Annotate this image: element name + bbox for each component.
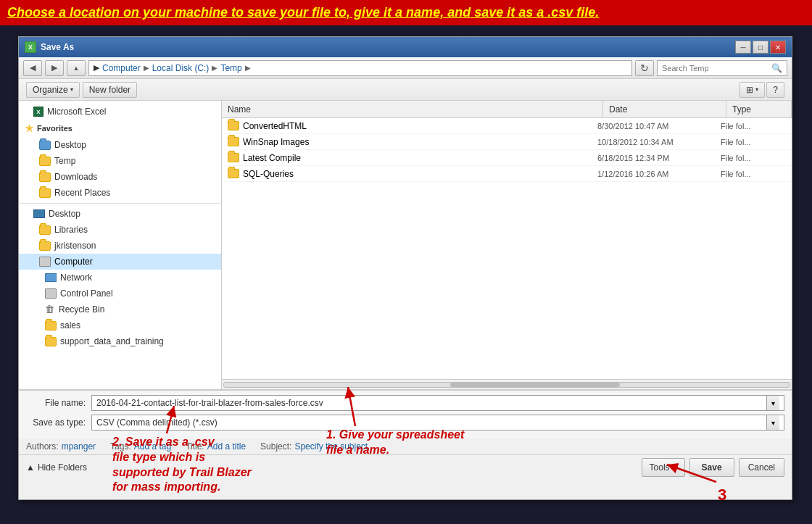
file-name-cell: WinSnap Images: [228, 137, 597, 147]
desktop-fav-icon: [39, 141, 51, 150]
saveas-input[interactable]: CSV (Comma delimited) (*.csv) ▾: [91, 415, 784, 431]
scrollbar-thumb[interactable]: [450, 383, 620, 387]
sidebar-item-desktop[interactable]: Desktop: [19, 206, 221, 222]
sidebar-item-downloads[interactable]: Downloads: [19, 169, 221, 185]
filename-label: File name:: [26, 398, 91, 408]
main-content: X Microsoft Excel ★ Favorites Desktop Te…: [19, 101, 792, 389]
authors-label: Authors:: [26, 441, 59, 452]
new-folder-button[interactable]: New folder: [83, 82, 137, 98]
breadcrumb-computer[interactable]: Computer: [102, 63, 141, 73]
recycle-bin-icon: 🗑: [45, 304, 55, 315]
file-list: Name Date Type ConvertedHTML 8/30/2012 1…: [222, 101, 792, 389]
breadcrumb-localdisk[interactable]: Local Disk (C:): [152, 63, 210, 73]
tools-dropdown-arrow: ▾: [673, 462, 677, 473]
sidebar-item-recent[interactable]: Recent Places: [19, 185, 221, 201]
filename-dropdown[interactable]: ▾: [766, 396, 779, 410]
file-name-text: WinSnap Images: [243, 137, 309, 147]
table-row[interactable]: Latest Compile 6/18/2015 12:34 PM File f…: [222, 150, 792, 166]
file-type-cell: File fol...: [721, 154, 786, 162]
sidebar-item-jkristenson[interactable]: jkristenson: [19, 238, 221, 254]
col-name-header[interactable]: Name: [222, 101, 603, 117]
sidebar-excel-label: Microsoft Excel: [47, 107, 106, 117]
hide-folders-arrow: ▲: [26, 462, 35, 473]
tags-label: Tags:: [110, 441, 131, 452]
sidebar-item-support[interactable]: support_data_and_training: [19, 333, 221, 349]
subject-value[interactable]: Specify the subject: [294, 441, 368, 452]
views-button[interactable]: ⊞ ▾: [740, 82, 765, 98]
search-input[interactable]: [662, 64, 768, 72]
sales-folder-icon: [45, 321, 57, 330]
file-name-text: ConvertedHTML: [243, 121, 307, 131]
breadcrumb-sep-2: ▶: [212, 64, 218, 72]
folder-icon: [228, 169, 239, 178]
tags-item: Tags: Add a tag: [110, 441, 171, 452]
authors-value[interactable]: mpanger: [62, 441, 96, 452]
col-date-header[interactable]: Date: [603, 101, 726, 117]
back-button[interactable]: ◀: [23, 60, 42, 76]
filename-value: 2016-04-21-contact-list-for-trail-blazer…: [96, 398, 763, 408]
scrollbar-track[interactable]: [223, 382, 790, 388]
organize-button[interactable]: Organize ▾: [26, 82, 80, 98]
temp-folder-icon: [39, 157, 51, 166]
table-row[interactable]: ConvertedHTML 8/30/2012 10:47 AM File fo…: [222, 118, 792, 134]
title-bar-left: X Save As: [25, 41, 74, 53]
file-name-cell: SQL-Queries: [228, 169, 597, 179]
hide-folders-button[interactable]: ▲ Hide Folders: [26, 462, 87, 473]
views-controls[interactable]: ⊞ ▾ ?: [740, 82, 784, 98]
saveas-value: CSV (Comma delimited) (*.csv): [96, 417, 763, 428]
saveas-row: Save as type: CSV (Comma delimited) (*.c…: [26, 415, 784, 431]
sidebar-item-excel[interactable]: X Microsoft Excel: [19, 104, 221, 120]
table-row[interactable]: WinSnap Images 10/18/2012 10:34 AM File …: [222, 134, 792, 150]
sidebar-item-sales[interactable]: sales: [19, 317, 221, 333]
navigation-bar: ◀ ▶ ▲ ▶ Computer ▶ Local Disk (C:) ▶ Tem…: [19, 57, 792, 79]
table-row[interactable]: SQL-Queries 1/12/2016 10:26 AM File fol.…: [222, 166, 792, 182]
authors-item: Authors: mpanger: [26, 441, 96, 452]
minimize-button[interactable]: ─: [735, 41, 751, 54]
maximize-button[interactable]: □: [753, 41, 768, 54]
tags-value[interactable]: Add a tag: [134, 441, 171, 452]
dialog-title: Save As: [41, 42, 74, 52]
cancel-button[interactable]: Cancel: [739, 458, 784, 477]
organize-dropdown-arrow: ▾: [70, 86, 73, 93]
sidebar-item-libraries[interactable]: Libraries: [19, 222, 221, 238]
control-panel-icon: [45, 288, 57, 299]
col-type-header[interactable]: Type: [726, 101, 792, 117]
close-button[interactable]: ✕: [770, 41, 786, 54]
sidebar-item-control-panel[interactable]: Control Panel: [19, 286, 221, 301]
title-value[interactable]: Add a title: [207, 441, 246, 452]
sidebar-divider: [19, 203, 221, 204]
breadcrumb-bar: ▶ Computer ▶ Local Disk (C:) ▶ Temp ▶: [88, 60, 632, 76]
save-button[interactable]: Save: [689, 458, 734, 477]
refresh-button[interactable]: ↻: [635, 60, 654, 76]
breadcrumb-arrow: ▶: [94, 63, 99, 72]
favorites-header: ★ Favorites: [19, 120, 221, 137]
support-folder-icon: [45, 337, 57, 346]
bottom-bar: ▲ Hide Folders Tools ▾ Save Cancel: [19, 454, 792, 479]
folder-icon: [228, 137, 239, 146]
filename-input[interactable]: 2016-04-21-contact-list-for-trail-blazer…: [91, 395, 784, 411]
breadcrumb-sep-1: ▶: [144, 64, 149, 72]
sidebar-item-recycle-bin[interactable]: 🗑 Recycle Bin: [19, 301, 221, 317]
jkristenson-icon: [39, 241, 51, 251]
help-button[interactable]: ?: [766, 82, 784, 98]
bottom-left: ▲ Hide Folders: [26, 462, 87, 473]
search-box[interactable]: 🔍: [657, 60, 787, 76]
saveas-dropdown[interactable]: ▾: [766, 415, 779, 430]
file-list-header: Name Date Type: [222, 101, 792, 118]
recent-folder-icon: [39, 188, 51, 198]
sidebar-item-desktop-fav[interactable]: Desktop: [19, 137, 221, 153]
title-label: Title:: [186, 441, 204, 452]
breadcrumb-temp[interactable]: Temp: [220, 63, 241, 73]
file-list-body: ConvertedHTML 8/30/2012 10:47 AM File fo…: [222, 118, 792, 379]
file-name-cell: Latest Compile: [228, 153, 597, 163]
excel-icon: X: [33, 107, 44, 117]
forward-button[interactable]: ▶: [45, 60, 64, 76]
hide-folders-label: Hide Folders: [38, 462, 87, 473]
sidebar-item-temp[interactable]: Temp: [19, 153, 221, 169]
up-button[interactable]: ▲: [67, 60, 86, 76]
sidebar-item-network[interactable]: Network: [19, 270, 221, 286]
horizontal-scrollbar[interactable]: [222, 379, 792, 389]
tools-button[interactable]: Tools ▾: [642, 458, 685, 477]
file-date-cell: 10/18/2012 10:34 AM: [597, 138, 721, 146]
sidebar-item-computer[interactable]: Computer: [19, 254, 221, 270]
